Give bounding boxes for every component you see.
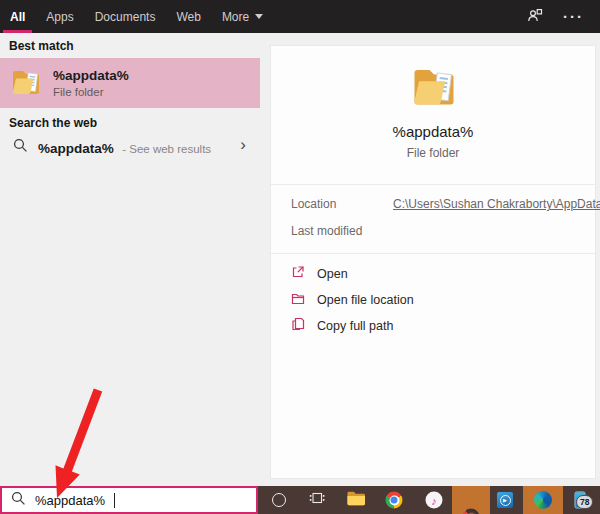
- last-modified-label: Last modified: [291, 224, 362, 238]
- folder-icon-large: [410, 61, 458, 113]
- search-the-web-header: Search the web: [9, 116, 97, 130]
- copy-icon: [291, 317, 305, 335]
- text-caret: [114, 493, 115, 508]
- open-action[interactable]: Open: [291, 265, 414, 282]
- task-view-icon[interactable]: [309, 490, 325, 510]
- ellipsis-icon[interactable]: [563, 8, 584, 25]
- tab-documents-label: Documents: [95, 10, 156, 24]
- tab-all[interactable]: All: [10, 0, 25, 33]
- best-match-type: File folder: [53, 86, 129, 98]
- best-match-title: %appdata%: [53, 68, 129, 83]
- chevron-right-icon[interactable]: [240, 135, 246, 155]
- file-explorer-icon[interactable]: [347, 490, 366, 510]
- chrome-icon[interactable]: [386, 492, 403, 509]
- feedback-icon[interactable]: [527, 7, 543, 27]
- copy-full-path-label: Copy full path: [317, 319, 393, 333]
- web-suggestion-query: %appdata%: [38, 141, 114, 156]
- battery-badge: 78: [576, 495, 593, 509]
- tab-web[interactable]: Web: [176, 0, 200, 33]
- location-row: Location C:\Users\Sushan Chakraborty\App…: [291, 197, 336, 211]
- web-suggestion-hint: - See web results: [122, 143, 211, 155]
- open-file-location-label: Open file location: [317, 293, 414, 307]
- preview-type: File folder: [271, 146, 595, 160]
- best-match-result[interactable]: %appdata% File folder: [0, 58, 260, 108]
- location-path-link[interactable]: C:\Users\Sushan Chakraborty\AppData: [393, 197, 600, 211]
- folder-location-icon: [291, 291, 305, 309]
- edge-icon[interactable]: [534, 491, 552, 509]
- search-results-pane: Best match %appdata% File folder Search …: [0, 33, 260, 486]
- folder-icon: [10, 65, 42, 101]
- divider: [271, 184, 595, 185]
- taskbar: 78: [258, 486, 600, 514]
- tab-more[interactable]: More: [222, 0, 263, 33]
- copy-full-path-action[interactable]: Copy full path: [291, 317, 414, 334]
- play-icon: [500, 495, 511, 506]
- search-input[interactable]: %appdata%: [0, 486, 258, 514]
- open-file-location-action[interactable]: Open file location: [291, 291, 414, 308]
- open-icon: [291, 265, 305, 283]
- tab-all-label: All: [10, 10, 25, 24]
- last-modified-row: Last modified: [291, 224, 362, 238]
- tab-web-label: Web: [176, 10, 200, 24]
- open-action-label: Open: [317, 267, 348, 281]
- cortana-icon[interactable]: [272, 493, 286, 507]
- divider: [271, 253, 595, 254]
- preview-title: %appdata%: [271, 123, 595, 140]
- tab-apps-label: Apps: [46, 10, 73, 24]
- web-search-suggestion[interactable]: %appdata% - See web results: [0, 132, 260, 163]
- chevron-down-icon: [255, 14, 263, 19]
- movies-tv-icon[interactable]: [497, 492, 513, 508]
- itunes-icon[interactable]: [426, 492, 443, 509]
- location-label: Location: [291, 197, 336, 211]
- tab-more-label: More: [222, 10, 249, 24]
- best-match-header: Best match: [9, 39, 74, 53]
- tab-apps[interactable]: Apps: [46, 0, 73, 33]
- search-filter-bar: All Apps Documents Web More: [0, 0, 600, 33]
- search-icon: [13, 138, 28, 157]
- result-preview-panel: %appdata% File folder Location C:\Users\…: [270, 45, 596, 479]
- tab-documents[interactable]: Documents: [95, 0, 156, 33]
- search-icon: [11, 491, 26, 510]
- search-input-value: %appdata%: [35, 493, 105, 508]
